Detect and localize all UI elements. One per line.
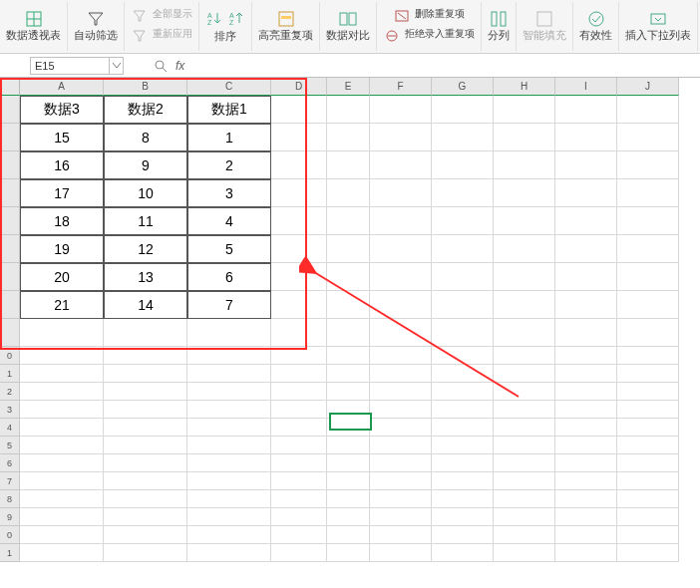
cell[interactable] bbox=[555, 235, 617, 263]
cell[interactable] bbox=[370, 124, 432, 151]
column-header-H[interactable]: H bbox=[494, 78, 555, 96]
table-cell[interactable]: 21 bbox=[20, 291, 104, 319]
spreadsheet-area[interactable]: ABCDEFGHIJ 012345678901 数据3数据2数据11581169… bbox=[0, 78, 700, 588]
cell[interactable] bbox=[432, 526, 494, 544]
column-header-G[interactable]: G bbox=[432, 78, 494, 96]
cell[interactable] bbox=[617, 207, 679, 235]
cell[interactable] bbox=[271, 124, 327, 151]
cell[interactable] bbox=[494, 263, 555, 291]
cell[interactable] bbox=[370, 383, 432, 401]
cell[interactable] bbox=[271, 291, 327, 319]
validity-button[interactable]: 有效性 bbox=[573, 2, 619, 51]
cell[interactable] bbox=[555, 383, 617, 401]
cell[interactable] bbox=[20, 508, 104, 526]
cell[interactable] bbox=[327, 508, 370, 526]
table-cell[interactable]: 2 bbox=[187, 151, 271, 179]
cell[interactable] bbox=[617, 490, 679, 508]
cell[interactable] bbox=[370, 207, 432, 235]
cell[interactable] bbox=[271, 207, 327, 235]
cell[interactable] bbox=[555, 365, 617, 383]
cell[interactable] bbox=[20, 365, 104, 383]
cell[interactable] bbox=[20, 490, 104, 508]
cell[interactable] bbox=[432, 179, 494, 207]
cell[interactable] bbox=[104, 383, 187, 401]
table-cell[interactable]: 9 bbox=[104, 151, 187, 179]
table-cell[interactable]: 17 bbox=[20, 179, 104, 207]
cell[interactable] bbox=[370, 526, 432, 544]
cell[interactable] bbox=[104, 437, 187, 454]
cell[interactable] bbox=[617, 401, 679, 419]
column-header-I[interactable]: I bbox=[555, 78, 617, 96]
row-header[interactable]: 8 bbox=[0, 490, 20, 508]
cell[interactable] bbox=[494, 419, 555, 437]
row-header[interactable]: 1 bbox=[0, 365, 20, 383]
cell[interactable] bbox=[432, 291, 494, 319]
cell[interactable] bbox=[20, 526, 104, 544]
cell[interactable] bbox=[432, 401, 494, 419]
cell[interactable] bbox=[555, 263, 617, 291]
cell[interactable] bbox=[432, 419, 494, 437]
cell[interactable] bbox=[617, 454, 679, 472]
cell[interactable] bbox=[617, 419, 679, 437]
cell[interactable] bbox=[494, 207, 555, 235]
cell[interactable] bbox=[617, 365, 679, 383]
row-header[interactable]: 5 bbox=[0, 437, 20, 454]
table-cell[interactable]: 1 bbox=[187, 124, 271, 151]
cell[interactable] bbox=[104, 526, 187, 544]
search-icon[interactable] bbox=[154, 59, 168, 73]
cell[interactable] bbox=[432, 490, 494, 508]
row-header[interactable] bbox=[0, 96, 20, 124]
cell[interactable] bbox=[555, 526, 617, 544]
cell[interactable] bbox=[370, 454, 432, 472]
cell[interactable] bbox=[187, 401, 271, 419]
cell[interactable] bbox=[327, 291, 370, 319]
row-header[interactable]: 1 bbox=[0, 544, 20, 562]
cell[interactable] bbox=[617, 437, 679, 454]
cell[interactable] bbox=[432, 235, 494, 263]
cell[interactable] bbox=[327, 96, 370, 124]
cell[interactable] bbox=[370, 291, 432, 319]
cell[interactable] bbox=[327, 124, 370, 151]
cell[interactable] bbox=[432, 207, 494, 235]
cell[interactable] bbox=[104, 490, 187, 508]
cell[interactable] bbox=[494, 235, 555, 263]
column-header-E[interactable]: E bbox=[327, 78, 370, 96]
cell[interactable] bbox=[432, 544, 494, 562]
cell[interactable] bbox=[617, 347, 679, 365]
cell[interactable] bbox=[370, 508, 432, 526]
cell[interactable] bbox=[271, 437, 327, 454]
cell[interactable] bbox=[494, 96, 555, 124]
cell[interactable] bbox=[271, 508, 327, 526]
table-cell[interactable]: 11 bbox=[104, 207, 187, 235]
cell[interactable] bbox=[370, 96, 432, 124]
row-header[interactable] bbox=[0, 207, 20, 235]
cell[interactable] bbox=[20, 454, 104, 472]
cell[interactable] bbox=[187, 490, 271, 508]
table-cell[interactable]: 数据3 bbox=[20, 96, 104, 124]
cell[interactable] bbox=[555, 96, 617, 124]
cell[interactable] bbox=[494, 472, 555, 490]
fx-label[interactable]: fx bbox=[175, 59, 184, 73]
cell[interactable] bbox=[555, 472, 617, 490]
row-header[interactable] bbox=[0, 235, 20, 263]
cell[interactable] bbox=[187, 419, 271, 437]
cell[interactable] bbox=[494, 347, 555, 365]
row-header[interactable] bbox=[0, 151, 20, 179]
table-cell[interactable]: 7 bbox=[187, 291, 271, 319]
cell[interactable] bbox=[187, 544, 271, 562]
cell[interactable] bbox=[555, 179, 617, 207]
cell[interactable] bbox=[555, 401, 617, 419]
sort-button[interactable]: AZ AZ 排序 bbox=[199, 2, 252, 51]
column-header-D[interactable]: D bbox=[271, 78, 327, 96]
column-header-J[interactable]: J bbox=[617, 78, 679, 96]
cell[interactable] bbox=[271, 401, 327, 419]
row-header[interactable]: 0 bbox=[0, 526, 20, 544]
cell[interactable] bbox=[555, 544, 617, 562]
cell[interactable] bbox=[617, 472, 679, 490]
select-all-corner[interactable] bbox=[0, 78, 20, 96]
cell[interactable] bbox=[432, 365, 494, 383]
cell[interactable] bbox=[327, 544, 370, 562]
cell[interactable] bbox=[327, 263, 370, 291]
cell[interactable] bbox=[617, 179, 679, 207]
cell[interactable] bbox=[494, 544, 555, 562]
